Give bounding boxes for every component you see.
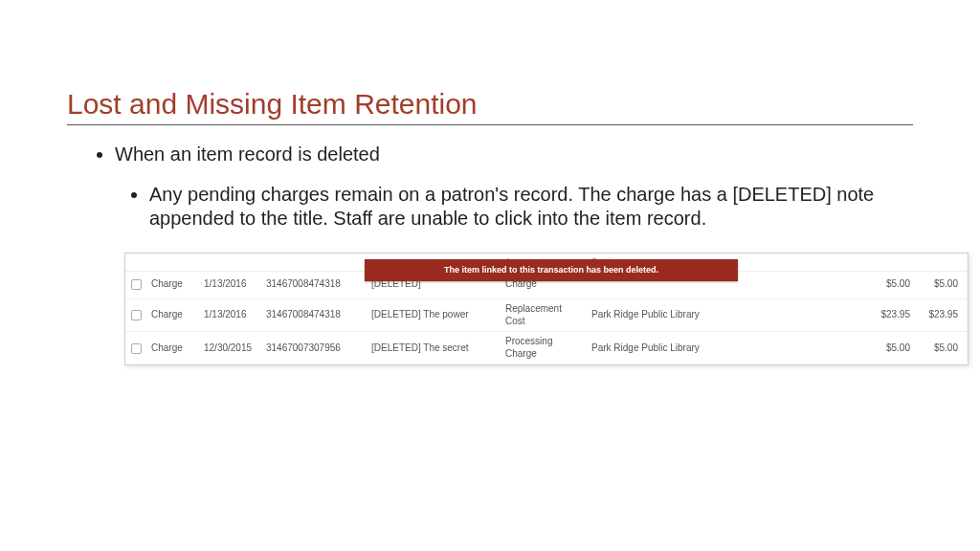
row-checkbox[interactable] [125, 299, 146, 332]
deleted-toast: The item linked to this transaction has … [365, 259, 738, 282]
sub-bullet-list: Any pending charges remain on a patron's… [115, 183, 894, 231]
hdr-type [146, 253, 199, 271]
hdr-date [199, 253, 261, 271]
hdr-checkbox [125, 253, 146, 271]
row-reason: Processing Charge [501, 332, 587, 364]
row-amt1: $23.95 [862, 299, 915, 332]
hdr-barcode [261, 253, 367, 271]
row-title: [DELETED] The power [367, 299, 501, 332]
body-text: When an item record is deleted Any pendi… [86, 143, 894, 365]
row-barcode: 31467007307956 [261, 332, 367, 364]
page-title: Lost and Missing Item Retention [67, 88, 913, 121]
table-row: Charge 12/30/2015 31467007307956 [DELETE… [125, 332, 968, 364]
table-row: Charge 1/13/2016 31467008474318 [DELETED… [125, 299, 968, 333]
hdr-amt1 [862, 253, 915, 271]
hdr-amt2 [915, 253, 968, 271]
row-date: 1/13/2016 [199, 272, 261, 298]
title-rule [67, 124, 913, 125]
bullet-1: When an item record is deleted Any pendi… [115, 143, 894, 231]
row-type: Charge [146, 332, 199, 364]
row-date: 1/13/2016 [199, 299, 261, 332]
row-type: Charge [146, 272, 199, 298]
row-library: Park Ridge Public Library [587, 299, 759, 332]
row-type: Charge [146, 299, 199, 332]
hdr-gap [759, 253, 862, 271]
row-amt1: $5.00 [862, 272, 915, 298]
bullet-1-text: When an item record is deleted [115, 143, 380, 165]
row-title: [DELETED] The secret [367, 332, 501, 364]
row-checkbox[interactable] [125, 272, 146, 298]
row-barcode: 31467008474318 [261, 272, 367, 298]
row-reason: Replacement Cost [501, 299, 587, 332]
row-amt2: $23.95 [915, 299, 968, 332]
row-amt2: $5.00 [915, 272, 968, 298]
row-amt2: $5.00 [915, 332, 968, 364]
slide: Lost and Missing Item Retention When an … [0, 88, 980, 551]
row-gap [759, 272, 862, 298]
screenshot-table: The item linked to this transaction has … [124, 253, 969, 365]
row-barcode: 31467008474318 [261, 299, 367, 332]
row-date: 12/30/2015 [199, 332, 261, 364]
row-gap [759, 299, 862, 332]
row-gap [759, 332, 862, 364]
bullet-1a: Any pending charges remain on a patron's… [149, 183, 894, 231]
row-checkbox[interactable] [125, 332, 146, 364]
row-library: Park Ridge Public Library [587, 332, 759, 364]
bullet-list: When an item record is deleted Any pendi… [86, 143, 894, 231]
row-amt1: $5.00 [862, 332, 915, 364]
